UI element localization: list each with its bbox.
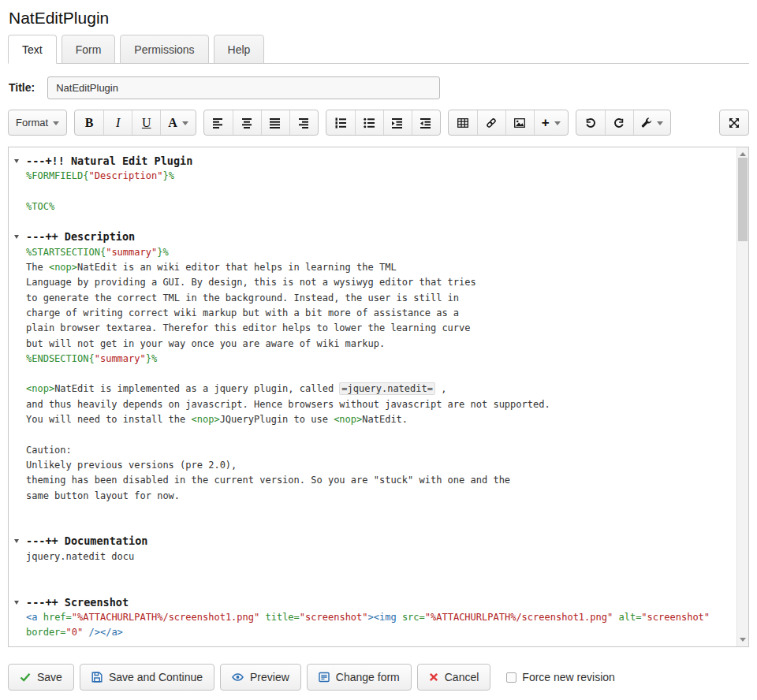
- editor-line[interactable]: [26, 564, 733, 579]
- editor-text-segment: Caution:: [26, 445, 72, 456]
- editor-text-segment: to generate the correct TML in the backg…: [26, 292, 459, 303]
- fullscreen-group: [719, 110, 749, 136]
- align-left-button[interactable]: [204, 110, 233, 135]
- change-form-button[interactable]: Change form: [307, 664, 412, 691]
- fold-marker-icon[interactable]: [14, 159, 19, 163]
- insert-link-button[interactable]: [477, 110, 505, 135]
- x-icon: [429, 672, 438, 682]
- fold-marker-icon[interactable]: [14, 235, 19, 239]
- editor-line[interactable]: [26, 519, 733, 534]
- fullscreen-button[interactable]: [720, 110, 748, 135]
- align-center-button[interactable]: [233, 110, 261, 135]
- cancel-button[interactable]: Cancel: [417, 664, 491, 691]
- editor-line[interactable]: <nop>NatEdit is implemented as a jquery …: [26, 382, 733, 397]
- editor-line[interactable]: ---++ Documentation: [26, 534, 733, 549]
- align-center-icon: [241, 117, 252, 128]
- editor-line[interactable]: [26, 214, 733, 229]
- editor-line[interactable]: [26, 427, 733, 442]
- editor-line[interactable]: to generate the correct TML in the backg…: [26, 291, 733, 306]
- insert-image-button[interactable]: [505, 110, 534, 135]
- bold-button[interactable]: B: [75, 110, 103, 135]
- title-row: Title:: [9, 76, 749, 99]
- editor-line[interactable]: %TOC%: [26, 199, 733, 214]
- editor-text-segment: /></a>: [89, 627, 123, 638]
- editor-text-segment: "summary": [95, 353, 146, 364]
- align-justify-button[interactable]: [261, 110, 289, 135]
- editor-line[interactable]: Language by providing a GUI. By design, …: [26, 275, 733, 290]
- editor-scrollbar[interactable]: [736, 147, 748, 646]
- tab-text[interactable]: Text: [8, 35, 57, 64]
- editor-line[interactable]: border="0" /></a>: [26, 625, 733, 640]
- editor-line[interactable]: same button layout for now.: [26, 489, 733, 504]
- bold-icon: B: [85, 116, 94, 130]
- preview-button-label: Preview: [250, 671, 289, 683]
- scroll-down-icon[interactable]: [740, 638, 746, 642]
- ordered-list-button[interactable]: [326, 110, 355, 135]
- save-and-continue-label: Save and Continue: [109, 671, 203, 683]
- editor-line[interactable]: [26, 579, 733, 594]
- editor-text-segment: "screenshot": [300, 612, 368, 623]
- editor-line[interactable]: <a href="%ATTACHURLPATH%/screenshot1.png…: [26, 610, 733, 625]
- fold-marker-icon[interactable]: [14, 539, 19, 543]
- editor-line[interactable]: ---+!! Natural Edit Plugin: [26, 154, 733, 169]
- editor-line[interactable]: theming has been disabled in the current…: [26, 473, 733, 488]
- editor-line[interactable]: plain browser textarea. Therefor this ed…: [26, 321, 733, 336]
- editor-text-segment: Language by providing a GUI. By design, …: [26, 277, 476, 288]
- title-input[interactable]: [47, 76, 440, 99]
- tab-bar: Text Form Permissions Help: [8, 35, 749, 64]
- insert-group: +: [448, 110, 569, 136]
- editor-text-segment: ---++ Screenshot: [26, 596, 129, 609]
- editor-line[interactable]: but will not get in your way once you ar…: [26, 337, 733, 352]
- editor-line[interactable]: charge of writing correct wiki markup bu…: [26, 306, 733, 321]
- editor-line[interactable]: The <nop>NatEdit is an wiki editor that …: [26, 260, 733, 275]
- scrollbar-thumb[interactable]: [738, 158, 748, 241]
- editor-line[interactable]: jquery.natedit docu: [26, 549, 733, 564]
- font-color-dropdown[interactable]: A: [160, 110, 196, 135]
- editor-text-segment: %ENDSECTION{: [26, 353, 95, 364]
- format-dropdown[interactable]: Format: [9, 110, 66, 135]
- insert-table-button[interactable]: [449, 110, 477, 135]
- editor-line[interactable]: Unlikely previous versions (pre 2.0),: [26, 458, 733, 473]
- editor-line[interactable]: [26, 367, 733, 382]
- editor-line[interactable]: %FORMFIELD{"Description"}%: [26, 169, 733, 184]
- tab-form[interactable]: Form: [62, 35, 116, 64]
- editor-line[interactable]: You will need to install the <nop>JQuery…: [26, 412, 733, 427]
- unordered-list-button[interactable]: [355, 110, 383, 135]
- editor-line[interactable]: ---++ Description: [26, 229, 733, 244]
- editor-text-segment: <a: [26, 612, 43, 623]
- outdent-button[interactable]: [412, 110, 440, 135]
- tools-dropdown[interactable]: [633, 110, 670, 135]
- editor-text-segment: ,: [435, 383, 446, 394]
- editor-line[interactable]: %ENDSECTION{"summary"}%: [26, 352, 733, 367]
- preview-button[interactable]: Preview: [220, 664, 301, 691]
- tab-permissions[interactable]: Permissions: [120, 35, 208, 64]
- redo-button[interactable]: [605, 110, 633, 135]
- scroll-up-icon[interactable]: [740, 152, 746, 156]
- italic-button[interactable]: I: [103, 110, 132, 135]
- align-justify-icon: [270, 117, 281, 128]
- editor-line[interactable]: and thus heavily depends on javascript. …: [26, 397, 733, 412]
- indent-button[interactable]: [383, 110, 412, 135]
- save-button[interactable]: Save: [8, 664, 74, 691]
- editor-line[interactable]: Caution:: [26, 443, 733, 458]
- wiki-text-editor[interactable]: ---+!! Natural Edit Plugin%FORMFIELD{"De…: [8, 147, 749, 647]
- editor-line[interactable]: %STARTSECTION{"summary"}%: [26, 245, 733, 260]
- insert-more-dropdown[interactable]: +: [534, 110, 568, 135]
- chevron-down-icon: [554, 121, 561, 125]
- force-new-revision-checkbox[interactable]: [506, 672, 516, 683]
- link-icon: [486, 117, 497, 128]
- editor-content[interactable]: ---+!! Natural Edit Plugin%FORMFIELD{"De…: [9, 147, 736, 646]
- align-right-button[interactable]: [289, 110, 318, 135]
- change-form-button-label: Change form: [336, 671, 400, 683]
- undo-button[interactable]: [576, 110, 605, 135]
- tab-help[interactable]: Help: [214, 35, 265, 64]
- align-right-icon: [298, 117, 309, 128]
- editor-line[interactable]: ---++ Screenshot: [26, 595, 733, 610]
- editor-text-segment: <nop>: [49, 262, 77, 273]
- fullscreen-icon: [729, 117, 740, 128]
- underline-button[interactable]: U: [132, 110, 160, 135]
- save-and-continue-button[interactable]: Save and Continue: [80, 664, 214, 691]
- fold-marker-icon[interactable]: [14, 601, 19, 605]
- editor-line[interactable]: [26, 184, 733, 199]
- editor-line[interactable]: [26, 504, 733, 519]
